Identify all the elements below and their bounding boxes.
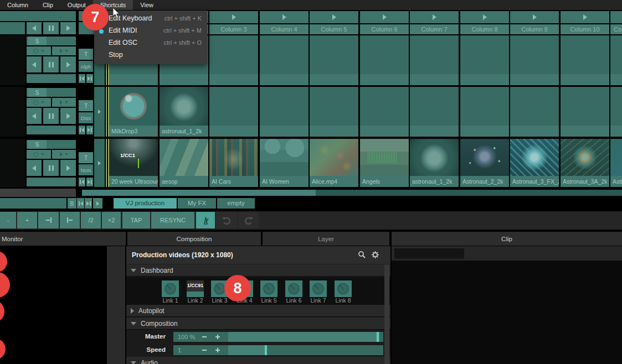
composition-pause-button[interactable] [43,22,59,34]
deck-tab-empty[interactable]: empty [217,198,255,209]
clip-cell-filled[interactable]: astronaut_1_2k [410,139,459,187]
panel-scrollbar[interactable] [384,264,389,364]
layer-progress-bar[interactable] [27,178,76,186]
grid-scrollbar-thumb[interactable] [82,190,316,196]
layer-prev-button[interactable] [27,108,42,124]
column-play-button[interactable] [260,11,309,23]
clip-cell-filled[interactable]: 20 week Ultrasound1/CC1 [109,139,158,187]
layer-transition-button[interactable]: T [79,49,93,60]
layer-solo-button[interactable]: S [28,37,47,45]
minus-icon[interactable] [202,336,207,337]
layer-thumbnail[interactable] [0,87,25,137]
clip-cell-filled[interactable]: MilkDrop3 [109,87,158,137]
column-header[interactable]: Column 7 [410,24,459,34]
column-header[interactable]: Column 10 [561,24,609,34]
redo-button[interactable] [238,212,259,228]
master-slider[interactable]: 100 % [173,332,383,342]
layer-skip-start-button[interactable] [79,74,85,83]
clip-cell[interactable] [561,87,609,137]
composition-prev-button[interactable] [27,22,42,34]
clip-cell[interactable] [360,87,409,137]
beat-snap-button[interactable]: B [68,198,76,209]
column-header[interactable]: Co [610,24,622,34]
layer-skip-end-button[interactable] [86,126,93,134]
nudge-down-button[interactable] [38,212,59,228]
layer-direction-dropdown[interactable] [52,150,76,159]
clip-cell[interactable] [209,87,258,137]
column-play-button[interactable] [561,11,609,23]
clip-cell[interactable] [310,87,358,137]
nudge-up-button[interactable] [60,212,80,228]
clip-cell[interactable] [410,87,459,137]
dashboard-link-knob[interactable] [162,280,179,297]
clip-cell[interactable] [460,35,509,85]
column-header[interactable]: Column 6 [360,24,409,34]
gear-icon[interactable] [371,251,379,261]
column-play-button[interactable] [460,11,509,23]
layer-skip-end-button[interactable] [86,74,93,83]
clip-cell-filled[interactable]: Angels [360,139,409,187]
clip-cell-filled[interactable]: Astronaut_3A_2k [561,139,609,187]
dashboard-link-knob[interactable] [285,280,302,297]
tab-composition[interactable]: Composition [127,232,261,246]
layer-thumbnail[interactable] [0,139,25,187]
menu-column[interactable]: Column [0,0,35,10]
layer-skip-start-button[interactable] [79,126,85,134]
layer-next-button[interactable] [60,108,76,124]
deck-tab-vj-production[interactable]: VJ production [114,198,177,209]
clip-cell[interactable] [209,35,258,85]
clip-name-input[interactable] [394,248,464,259]
menu-item-edit-osc[interactable]: Edit OSCctrl + shift + O [94,37,207,49]
layer-solo-button[interactable]: S [28,140,47,149]
bpm-half-button[interactable]: /2 [81,212,101,228]
section-composition[interactable]: Composition [126,318,390,330]
layer-playmode-dropdown[interactable] [27,150,51,159]
column-header[interactable]: Column 9 [510,24,559,34]
speed-slider[interactable]: 1 [173,345,383,355]
column-header[interactable]: Column 3 [209,24,258,34]
section-autopilot[interactable]: Autopilot [126,305,390,317]
layer-prev-button[interactable] [27,160,42,176]
dashboard-link-knob[interactable] [335,280,352,297]
layer-next-button[interactable] [60,160,76,176]
bpm-decrease-button[interactable]: - [0,212,16,228]
menu-view[interactable]: View [133,0,161,10]
layer-transition-button[interactable]: T [79,100,93,111]
column-play-button[interactable] [360,11,409,23]
clip-cell[interactable] [360,35,409,85]
clip-cell-filled[interactable]: astronaut_1_2k [160,87,208,137]
composition-next-button[interactable] [60,22,76,34]
dashboard-link-knob[interactable] [310,280,327,297]
clip-cell[interactable] [460,87,509,137]
deck-expand-button[interactable] [93,198,102,209]
layer-pause-button[interactable] [43,108,59,124]
bpm-double-button[interactable]: ×2 [102,212,121,228]
clip-cell-filled[interactable]: aesop [160,139,208,187]
clip-cell[interactable] [510,35,559,85]
clip-cell-filled[interactable]: Astronaut_3_FX_2k [510,139,559,187]
layer-blendmode-label[interactable]: Nois [79,164,93,175]
column-header[interactable]: Column 5 [310,24,358,34]
menu-item-edit-keyboard[interactable]: Edit Keyboardctrl + shift + K [94,13,207,25]
layer-progress-bar[interactable] [27,74,76,83]
clip-cell[interactable] [310,35,358,85]
menu-item-stop[interactable]: Stop [94,49,207,61]
layer-expand-button[interactable] [94,139,105,187]
section-dashboard[interactable]: Dashboard [126,264,390,277]
column-play-button[interactable] [310,11,358,23]
clip-cell[interactable] [260,87,309,137]
layer-next-button[interactable] [60,56,76,72]
layer-thumbnail[interactable] [0,35,25,85]
layer-solo-button[interactable]: S [28,88,47,97]
layer-pause-button[interactable] [43,56,59,72]
undo-button[interactable] [216,212,237,228]
clip-cell[interactable] [410,35,459,85]
slider-handle[interactable] [377,332,379,342]
layer-blendmode-label[interactable]: Diss [79,112,93,123]
clip-cell[interactable] [610,35,622,85]
dashboard-link-knob[interactable] [260,280,277,297]
layer-playmode-dropdown[interactable] [27,46,51,55]
tab-monitor[interactable]: Monitor [0,232,126,246]
layer-skip-start-button[interactable] [79,178,85,186]
column-header[interactable]: Column 8 [460,24,509,34]
